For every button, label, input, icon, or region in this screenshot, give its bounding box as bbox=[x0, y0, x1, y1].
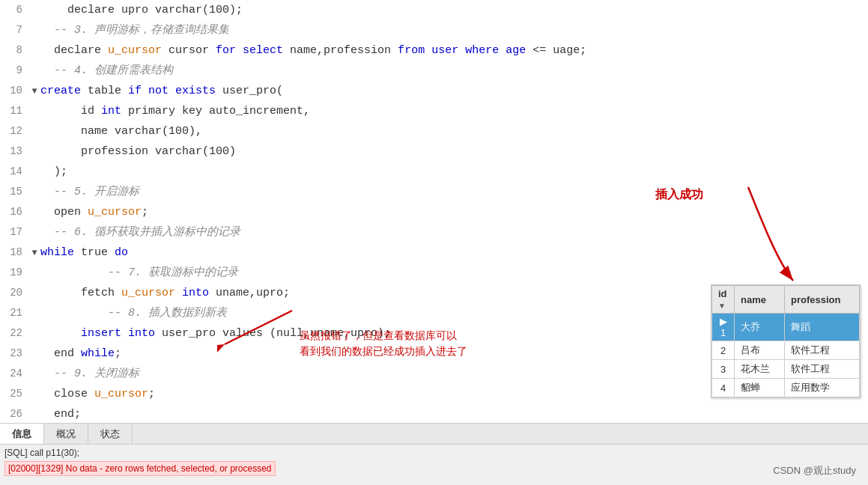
code-line-17: 17 -- 6. 循环获取并插入游标中的记录 bbox=[0, 222, 868, 242]
cell-profession: 舞蹈 bbox=[785, 314, 860, 341]
col-header-id: id ▼ bbox=[712, 286, 735, 314]
code-editor: 6 declare upro varchar(100);7 -- 3. 声明游标… bbox=[0, 0, 868, 423]
status-content: [SQL] call p11(30); [02000][1329] No dat… bbox=[0, 445, 868, 479]
line-number-14: 14 bbox=[0, 162, 28, 182]
code-line-15: 15 -- 5. 开启游标 bbox=[0, 182, 868, 202]
line-content-11: id int primary key auto_increment, bbox=[40, 101, 868, 121]
line-content-13: profession varchar(100) bbox=[40, 141, 868, 162]
table-row[interactable]: 3花木兰软件工程 bbox=[712, 360, 860, 379]
line-content-17: -- 6. 循环获取并插入游标中的记录 bbox=[40, 222, 868, 242]
line-content-6: declare upro varchar(100); bbox=[40, 0, 868, 20]
bottom-note: 虽然报错了，但是查看数据库可以 看到我们的数据已经成功插入进去了 bbox=[300, 328, 467, 359]
result-table: id ▼ name profession ▶ 1大乔舞蹈2吕布软件工程3花木兰软… bbox=[711, 284, 861, 398]
line-number-22: 22 bbox=[0, 323, 28, 344]
code-line-18: 18▼while true do bbox=[0, 242, 868, 263]
cell-profession: 软件工程 bbox=[785, 360, 860, 379]
csdn-watermark: CSDN @观止study bbox=[773, 464, 856, 478]
line-number-26: 26 bbox=[0, 404, 28, 423]
code-line-10: 10▼create table if not exists user_pro( bbox=[0, 81, 868, 101]
table-row[interactable]: 2吕布软件工程 bbox=[712, 341, 860, 360]
cell-id: 2 bbox=[712, 341, 735, 360]
line-number-23: 23 bbox=[0, 344, 28, 364]
code-line-9: 9 -- 4. 创建所需表结构 bbox=[0, 61, 868, 81]
cell-name: 花木兰 bbox=[735, 360, 785, 379]
line-content-10: create table if not exists user_pro( bbox=[40, 81, 868, 101]
tab-status[interactable]: 状态 bbox=[88, 424, 133, 444]
tab-overview[interactable]: 概况 bbox=[44, 424, 88, 444]
line-content-14: ); bbox=[40, 162, 868, 182]
tab-info[interactable]: 信息 bbox=[0, 424, 44, 444]
line-number-17: 17 bbox=[0, 222, 28, 242]
table-row[interactable]: 4貂蝉应用数学 bbox=[712, 379, 860, 397]
table-row[interactable]: ▶ 1大乔舞蹈 bbox=[712, 314, 860, 341]
code-line-26: 26 end; bbox=[0, 404, 868, 423]
code-line-8: 8 declare u_cursor cursor for select nam… bbox=[0, 40, 868, 61]
insert-success-label: 插入成功 bbox=[655, 187, 703, 203]
line-content-19: -- 7. 获取游标中的记录 bbox=[40, 263, 868, 283]
line-content-18: while true do bbox=[40, 242, 868, 263]
line-number-11: 11 bbox=[0, 101, 28, 121]
code-line-13: 13 profession varchar(100) bbox=[0, 141, 868, 162]
line-number-21: 21 bbox=[0, 303, 28, 323]
expand-icon-18[interactable]: ▼ bbox=[28, 243, 40, 263]
line-number-12: 12 bbox=[0, 121, 28, 141]
line-number-25: 25 bbox=[0, 384, 28, 404]
expand-icon-10[interactable]: ▼ bbox=[28, 82, 40, 102]
cell-profession: 软件工程 bbox=[785, 341, 860, 360]
line-number-20: 20 bbox=[0, 283, 28, 303]
code-line-6: 6 declare upro varchar(100); bbox=[0, 0, 868, 20]
cell-id: 4 bbox=[712, 379, 735, 397]
cell-name: 吕布 bbox=[735, 341, 785, 360]
line-number-7: 7 bbox=[0, 20, 28, 40]
col-header-name: name bbox=[735, 286, 785, 314]
line-content-12: name varchar(100), bbox=[40, 121, 868, 141]
line-content-15: -- 5. 开启游标 bbox=[40, 182, 868, 202]
code-line-16: 16 open u_cursor; bbox=[0, 202, 868, 222]
line-content-8: declare u_cursor cursor for select name,… bbox=[40, 40, 868, 61]
line-number-16: 16 bbox=[0, 202, 28, 222]
line-number-10: 10 bbox=[0, 81, 28, 101]
line-number-8: 8 bbox=[0, 40, 28, 61]
code-line-7: 7 -- 3. 声明游标，存储查询结果集 bbox=[0, 20, 868, 40]
line-number-9: 9 bbox=[0, 61, 28, 81]
cell-name: 貂蝉 bbox=[735, 379, 785, 397]
line-number-13: 13 bbox=[0, 141, 28, 162]
line-content-26: end; bbox=[40, 404, 868, 423]
cell-name: 大乔 bbox=[735, 314, 785, 341]
line-content-9: -- 4. 创建所需表结构 bbox=[40, 61, 868, 81]
cell-id: ▶ 1 bbox=[712, 314, 735, 341]
line-content-7: -- 3. 声明游标，存储查询结果集 bbox=[40, 20, 868, 40]
status-tabs: 信息 概况 状态 bbox=[0, 424, 868, 445]
line-number-6: 6 bbox=[0, 0, 28, 20]
error-message: [02000][1329] No data - zero rows fetche… bbox=[4, 461, 276, 476]
code-line-19: 19 -- 7. 获取游标中的记录 bbox=[0, 263, 868, 283]
code-line-11: 11 id int primary key auto_increment, bbox=[0, 101, 868, 121]
code-line-12: 12 name varchar(100), bbox=[0, 121, 868, 141]
col-header-profession: profession bbox=[785, 286, 860, 314]
cell-id: 3 bbox=[712, 360, 735, 379]
status-bar: 信息 概况 状态 [SQL] call p11(30); [02000][132… bbox=[0, 423, 868, 485]
line-number-19: 19 bbox=[0, 263, 28, 283]
cell-profession: 应用数学 bbox=[785, 379, 860, 397]
line-content-16: open u_cursor; bbox=[40, 202, 868, 222]
line-number-15: 15 bbox=[0, 182, 28, 202]
line-number-24: 24 bbox=[0, 364, 28, 384]
line-number-18: 18 bbox=[0, 242, 28, 263]
sql-call-line: [SQL] call p11(30); bbox=[4, 448, 864, 458]
code-line-14: 14 ); bbox=[0, 162, 868, 182]
